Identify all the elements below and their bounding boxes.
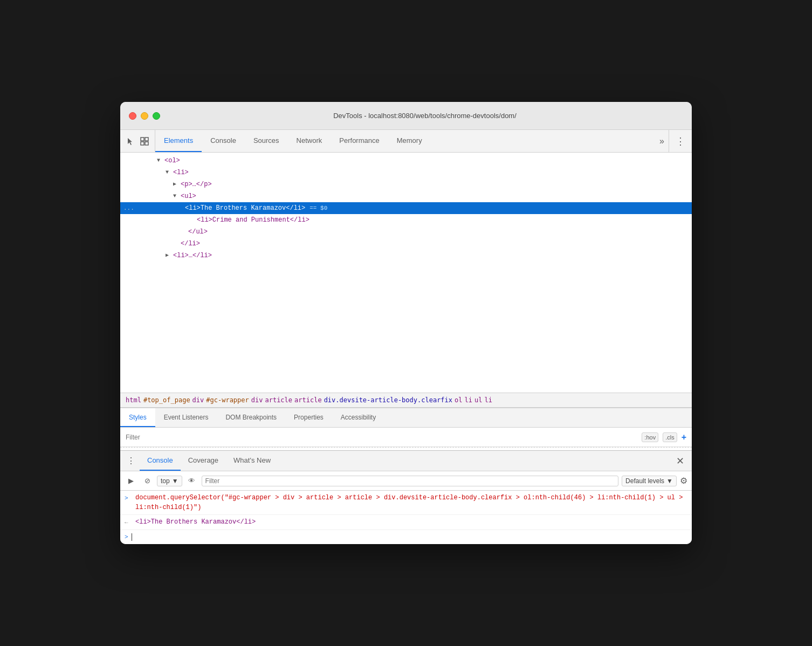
- breadcrumb-li2[interactable]: li: [484, 396, 492, 404]
- breadcrumb-article1[interactable]: article: [265, 396, 292, 404]
- context-select[interactable]: top ▼: [157, 476, 182, 486]
- tab-accessibility[interactable]: Accessibility: [332, 408, 384, 427]
- styles-filter-bar: :hov .cls +: [120, 428, 692, 447]
- dom-line: </li>: [120, 238, 692, 250]
- tab-properties[interactable]: Properties: [285, 408, 332, 427]
- main-tabs: Elements Console Sources Network Perform…: [155, 130, 655, 152]
- tab-dom-breakpoints[interactable]: DOM Breakpoints: [217, 408, 285, 427]
- tab-elements[interactable]: Elements: [155, 130, 202, 152]
- traffic-lights: [129, 112, 160, 120]
- console-drawer: ⋮ Console Coverage What's New ✕ ▶ ⊘ t: [120, 450, 692, 544]
- close-button[interactable]: [129, 112, 136, 120]
- breadcrumb-bar: html #top_of_page div #gc-wrapper div ar…: [120, 393, 692, 408]
- breadcrumb-div-devsite[interactable]: div.devsite-article-body.clearfix: [324, 396, 452, 404]
- svg-rect-1: [145, 138, 148, 141]
- styles-filter-buttons: :hov .cls +: [642, 432, 686, 442]
- breadcrumb-div2[interactable]: div: [251, 396, 263, 404]
- breadcrumb-div1[interactable]: div: [192, 396, 204, 404]
- devtools-tab-bar: Elements Console Sources Network Perform…: [120, 130, 692, 153]
- tab-sources[interactable]: Sources: [245, 130, 288, 152]
- triangle-icon[interactable]: [173, 179, 181, 190]
- tab-memory[interactable]: Memory: [388, 130, 431, 152]
- triangle-icon[interactable]: [157, 155, 164, 166]
- triangle-icon[interactable]: [166, 167, 173, 178]
- dom-line: <p>…</p>: [120, 178, 692, 190]
- cls-button[interactable]: .cls: [663, 432, 677, 442]
- console-content[interactable]: > document.querySelector("#gc-wrapper > …: [120, 491, 692, 544]
- console-toolbar: ▶ ⊘ top ▼ 👁 Default levels ▼ ⚙: [120, 471, 692, 491]
- console-output-arrow: ←: [125, 518, 132, 527]
- breadcrumb-ul[interactable]: ul: [474, 396, 482, 404]
- tab-styles[interactable]: Styles: [120, 408, 155, 427]
- svg-rect-2: [141, 142, 144, 145]
- dom-line-highlighted: ... <li>The Brothers Karamazov</li> == $…: [120, 202, 692, 214]
- minimize-button[interactable]: [141, 112, 148, 120]
- window-title: DevTools - localhost:8080/web/tools/chro…: [167, 112, 683, 120]
- breadcrumb-gc-wrapper[interactable]: #gc-wrapper: [206, 396, 249, 404]
- triangle-icon[interactable]: [173, 191, 181, 202]
- play-button[interactable]: ▶: [125, 475, 137, 487]
- dom-line: <li>…</li>: [120, 250, 692, 262]
- dom-line: <li>: [120, 167, 692, 178]
- breadcrumb-top-of-page[interactable]: #top_of_page: [143, 396, 190, 404]
- add-style-button[interactable]: +: [682, 432, 686, 442]
- drawer-tab-console[interactable]: Console: [140, 451, 181, 471]
- dom-line: <ol>: [120, 155, 692, 167]
- console-output-entry: ← <li>The Brothers Karamazov</li>: [120, 515, 692, 530]
- tab-event-listeners[interactable]: Event Listeners: [155, 408, 217, 427]
- drawer-three-dots[interactable]: ⋮: [122, 456, 140, 466]
- drawer-close-button[interactable]: ✕: [673, 455, 686, 468]
- default-levels-button[interactable]: Default levels ▼: [622, 476, 677, 486]
- tab-performance[interactable]: Performance: [331, 130, 388, 152]
- console-output-result: <li>The Brothers Karamazov</li>: [135, 517, 687, 527]
- eye-button[interactable]: 👁: [185, 475, 198, 487]
- console-filter-input[interactable]: [202, 476, 618, 486]
- triangle-icon[interactable]: [166, 250, 173, 261]
- devtools-menu-button[interactable]: ⋮: [669, 130, 692, 152]
- styles-panel: Styles Event Listeners DOM Breakpoints P…: [120, 408, 692, 450]
- dom-line: <li>Crime and Punishment</li>: [120, 214, 692, 226]
- dom-line: </ul>: [120, 226, 692, 238]
- inspect-icon[interactable]: [140, 136, 149, 146]
- breadcrumb-html[interactable]: html: [126, 396, 141, 404]
- toolbar-icons: [120, 130, 155, 152]
- drawer-tab-coverage[interactable]: Coverage: [181, 451, 226, 471]
- dom-tree-panel[interactable]: <ol> <li> <p>…</p> <ul> ... <li>The Brot…: [120, 153, 692, 393]
- styles-filter-input[interactable]: [126, 434, 642, 441]
- console-drawer-tabs: ⋮ Console Coverage What's New ✕: [120, 451, 692, 471]
- console-prompt[interactable]: >: [120, 530, 692, 544]
- breadcrumb-ol[interactable]: ol: [455, 396, 462, 404]
- ellipsis: ...: [120, 203, 136, 214]
- prompt-arrow: >: [125, 532, 128, 542]
- svg-rect-0: [141, 138, 144, 141]
- eq-marker: == $0: [309, 203, 327, 214]
- console-gear-button[interactable]: ⚙: [680, 476, 687, 486]
- title-bar: DevTools - localhost:8080/web/tools/chro…: [120, 102, 692, 130]
- breadcrumb-li1[interactable]: li: [465, 396, 472, 404]
- console-input-arrow: >: [125, 493, 132, 503]
- drawer-tab-whats-new[interactable]: What's New: [226, 451, 278, 471]
- svg-rect-3: [145, 142, 148, 145]
- prompt-cursor: [132, 533, 132, 541]
- tab-network[interactable]: Network: [288, 130, 331, 152]
- breadcrumb-article2[interactable]: article: [294, 396, 322, 404]
- styles-tabs: Styles Event Listeners DOM Breakpoints P…: [120, 408, 692, 428]
- block-icon[interactable]: ⊘: [141, 475, 154, 487]
- console-input-code: document.querySelector("#gc-wrapper > di…: [135, 493, 687, 512]
- hov-button[interactable]: :hov: [642, 432, 658, 442]
- dom-line: <ul>: [120, 190, 692, 202]
- console-input-entry: > document.querySelector("#gc-wrapper > …: [120, 491, 692, 515]
- tabs-overflow-button[interactable]: »: [655, 130, 669, 152]
- devtools-window: DevTools - localhost:8080/web/tools/chro…: [120, 102, 692, 544]
- maximize-button[interactable]: [153, 112, 160, 120]
- cursor-icon[interactable]: [126, 136, 135, 146]
- tab-console[interactable]: Console: [202, 130, 245, 152]
